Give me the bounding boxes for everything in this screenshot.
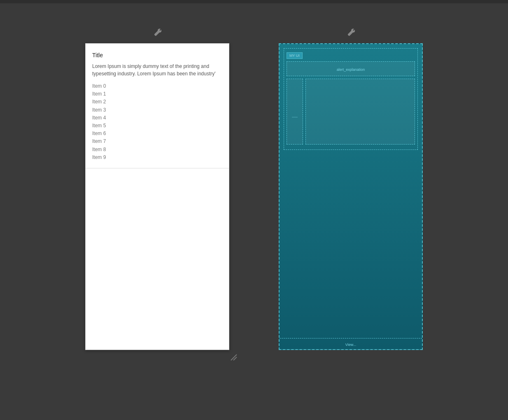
- teal-badge: MY UI: [287, 52, 303, 59]
- teal-narrow-col-label: ——: [292, 115, 298, 118]
- right-wrench-icon: [347, 28, 355, 39]
- list-item: Item 4: [92, 114, 222, 122]
- list-item: Item 8: [92, 146, 222, 154]
- teal-narrow-col: ——: [287, 79, 303, 145]
- list-item: Item 0: [92, 82, 222, 90]
- list-item: Item 2: [92, 98, 222, 106]
- top-bar: [0, 0, 508, 3]
- left-wrench-icon: [153, 28, 161, 39]
- teal-inner-middle: ——: [287, 79, 415, 145]
- resize-handle[interactable]: [230, 354, 238, 362]
- right-panel-wrapper: MY UI alert_explanation —— View...: [279, 28, 423, 350]
- white-card: Title Lorem Ipsum is simply dummy text o…: [85, 43, 229, 350]
- teal-bottom-bar[interactable]: View...: [280, 338, 422, 349]
- card-list: Item 0Item 1Item 2Item 3Item 4Item 5Item…: [92, 82, 222, 161]
- teal-card: MY UI alert_explanation —— View...: [279, 43, 423, 350]
- card-top-section: Title Lorem Ipsum is simply dummy text o…: [86, 44, 229, 168]
- list-item: Item 6: [92, 130, 222, 138]
- list-item: Item 5: [92, 122, 222, 130]
- teal-wide-col: [305, 79, 415, 145]
- list-item: Item 9: [92, 154, 222, 161]
- teal-alert-text: alert_explanation: [337, 68, 365, 72]
- teal-inner-top: MY UI alert_explanation ——: [284, 48, 418, 150]
- teal-bottom-text: View...: [345, 343, 356, 347]
- list-item: Item 3: [92, 106, 222, 114]
- card-title: Title: [92, 52, 222, 58]
- main-area: Title Lorem Ipsum is simply dummy text o…: [0, 3, 508, 420]
- card-bottom-section: [86, 168, 229, 350]
- teal-alert-box: alert_explanation: [287, 61, 415, 76]
- list-item: Item 7: [92, 138, 222, 145]
- card-body-text: Lorem Ipsum is simply dummy text of the …: [92, 63, 222, 77]
- list-item: Item 1: [92, 90, 222, 98]
- left-panel-wrapper: Title Lorem Ipsum is simply dummy text o…: [85, 28, 229, 350]
